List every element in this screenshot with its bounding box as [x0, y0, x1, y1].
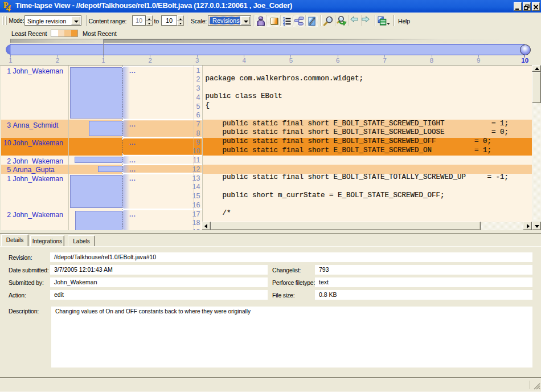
svg-text:4: 4	[6, 3, 11, 13]
